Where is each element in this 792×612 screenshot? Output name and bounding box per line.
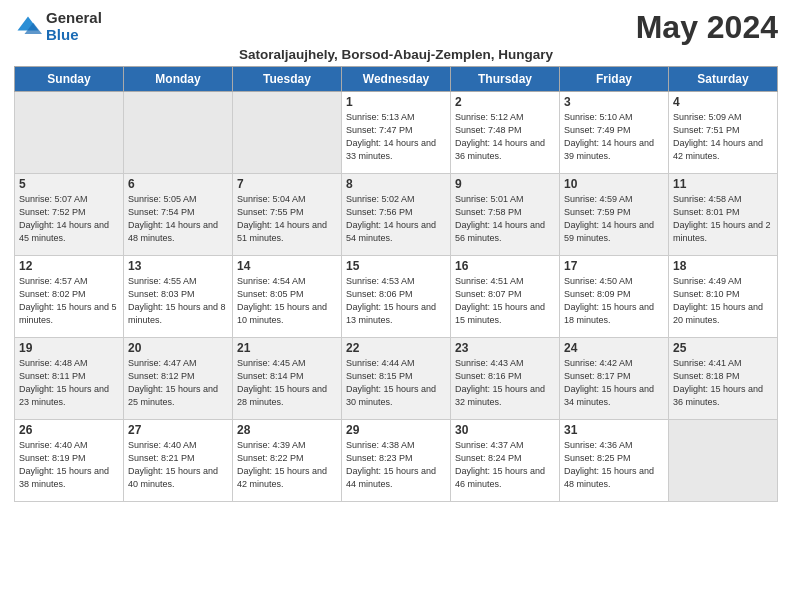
day-info: Sunrise: 4:38 AM Sunset: 8:23 PM Dayligh… bbox=[346, 439, 446, 491]
day-info: Sunrise: 5:13 AM Sunset: 7:47 PM Dayligh… bbox=[346, 111, 446, 163]
day-number: 13 bbox=[128, 259, 228, 273]
day-number: 17 bbox=[564, 259, 664, 273]
day-info: Sunrise: 4:36 AM Sunset: 8:25 PM Dayligh… bbox=[564, 439, 664, 491]
day-info: Sunrise: 5:12 AM Sunset: 7:48 PM Dayligh… bbox=[455, 111, 555, 163]
day-number: 6 bbox=[128, 177, 228, 191]
day-info: Sunrise: 5:10 AM Sunset: 7:49 PM Dayligh… bbox=[564, 111, 664, 163]
day-number: 1 bbox=[346, 95, 446, 109]
table-row bbox=[15, 92, 124, 174]
table-row: 18Sunrise: 4:49 AM Sunset: 8:10 PM Dayli… bbox=[669, 256, 778, 338]
logo-blue: Blue bbox=[46, 27, 102, 44]
day-info: Sunrise: 4:40 AM Sunset: 8:21 PM Dayligh… bbox=[128, 439, 228, 491]
day-info: Sunrise: 4:54 AM Sunset: 8:05 PM Dayligh… bbox=[237, 275, 337, 327]
day-info: Sunrise: 4:49 AM Sunset: 8:10 PM Dayligh… bbox=[673, 275, 773, 327]
table-row: 2Sunrise: 5:12 AM Sunset: 7:48 PM Daylig… bbox=[451, 92, 560, 174]
logo-text: General Blue bbox=[46, 10, 102, 43]
day-number: 21 bbox=[237, 341, 337, 355]
day-info: Sunrise: 4:59 AM Sunset: 7:59 PM Dayligh… bbox=[564, 193, 664, 245]
table-row: 24Sunrise: 4:42 AM Sunset: 8:17 PM Dayli… bbox=[560, 338, 669, 420]
day-number: 24 bbox=[564, 341, 664, 355]
calendar-week-1: 1Sunrise: 5:13 AM Sunset: 7:47 PM Daylig… bbox=[15, 92, 778, 174]
day-number: 23 bbox=[455, 341, 555, 355]
logo-general: General bbox=[46, 10, 102, 27]
day-number: 22 bbox=[346, 341, 446, 355]
table-row: 28Sunrise: 4:39 AM Sunset: 8:22 PM Dayli… bbox=[233, 420, 342, 502]
table-row: 20Sunrise: 4:47 AM Sunset: 8:12 PM Dayli… bbox=[124, 338, 233, 420]
table-row: 16Sunrise: 4:51 AM Sunset: 8:07 PM Dayli… bbox=[451, 256, 560, 338]
table-row: 23Sunrise: 4:43 AM Sunset: 8:16 PM Dayli… bbox=[451, 338, 560, 420]
calendar-header-row: Sunday Monday Tuesday Wednesday Thursday… bbox=[15, 67, 778, 92]
day-info: Sunrise: 4:37 AM Sunset: 8:24 PM Dayligh… bbox=[455, 439, 555, 491]
day-number: 12 bbox=[19, 259, 119, 273]
title-block: May 2024 bbox=[636, 10, 778, 45]
day-info: Sunrise: 4:51 AM Sunset: 8:07 PM Dayligh… bbox=[455, 275, 555, 327]
day-info: Sunrise: 4:48 AM Sunset: 8:11 PM Dayligh… bbox=[19, 357, 119, 409]
day-info: Sunrise: 4:44 AM Sunset: 8:15 PM Dayligh… bbox=[346, 357, 446, 409]
day-info: Sunrise: 5:02 AM Sunset: 7:56 PM Dayligh… bbox=[346, 193, 446, 245]
col-wednesday: Wednesday bbox=[342, 67, 451, 92]
col-saturday: Saturday bbox=[669, 67, 778, 92]
day-number: 11 bbox=[673, 177, 773, 191]
day-number: 27 bbox=[128, 423, 228, 437]
day-info: Sunrise: 4:45 AM Sunset: 8:14 PM Dayligh… bbox=[237, 357, 337, 409]
table-row: 8Sunrise: 5:02 AM Sunset: 7:56 PM Daylig… bbox=[342, 174, 451, 256]
day-number: 9 bbox=[455, 177, 555, 191]
page: General Blue May 2024 Satoraljaujhely, B… bbox=[0, 0, 792, 512]
day-info: Sunrise: 4:57 AM Sunset: 8:02 PM Dayligh… bbox=[19, 275, 119, 327]
calendar-week-2: 5Sunrise: 5:07 AM Sunset: 7:52 PM Daylig… bbox=[15, 174, 778, 256]
day-info: Sunrise: 5:07 AM Sunset: 7:52 PM Dayligh… bbox=[19, 193, 119, 245]
table-row: 12Sunrise: 4:57 AM Sunset: 8:02 PM Dayli… bbox=[15, 256, 124, 338]
day-number: 26 bbox=[19, 423, 119, 437]
day-number: 5 bbox=[19, 177, 119, 191]
location-subtitle: Satoraljaujhely, Borsod-Abauj-Zemplen, H… bbox=[14, 47, 778, 62]
table-row: 4Sunrise: 5:09 AM Sunset: 7:51 PM Daylig… bbox=[669, 92, 778, 174]
table-row: 21Sunrise: 4:45 AM Sunset: 8:14 PM Dayli… bbox=[233, 338, 342, 420]
calendar-week-4: 19Sunrise: 4:48 AM Sunset: 8:11 PM Dayli… bbox=[15, 338, 778, 420]
table-row: 14Sunrise: 4:54 AM Sunset: 8:05 PM Dayli… bbox=[233, 256, 342, 338]
table-row: 13Sunrise: 4:55 AM Sunset: 8:03 PM Dayli… bbox=[124, 256, 233, 338]
day-info: Sunrise: 4:47 AM Sunset: 8:12 PM Dayligh… bbox=[128, 357, 228, 409]
day-number: 8 bbox=[346, 177, 446, 191]
day-info: Sunrise: 4:58 AM Sunset: 8:01 PM Dayligh… bbox=[673, 193, 773, 245]
table-row: 5Sunrise: 5:07 AM Sunset: 7:52 PM Daylig… bbox=[15, 174, 124, 256]
table-row bbox=[124, 92, 233, 174]
day-info: Sunrise: 5:05 AM Sunset: 7:54 PM Dayligh… bbox=[128, 193, 228, 245]
table-row: 31Sunrise: 4:36 AM Sunset: 8:25 PM Dayli… bbox=[560, 420, 669, 502]
col-monday: Monday bbox=[124, 67, 233, 92]
col-friday: Friday bbox=[560, 67, 669, 92]
day-info: Sunrise: 4:42 AM Sunset: 8:17 PM Dayligh… bbox=[564, 357, 664, 409]
table-row: 17Sunrise: 4:50 AM Sunset: 8:09 PM Dayli… bbox=[560, 256, 669, 338]
table-row: 1Sunrise: 5:13 AM Sunset: 7:47 PM Daylig… bbox=[342, 92, 451, 174]
calendar-week-5: 26Sunrise: 4:40 AM Sunset: 8:19 PM Dayli… bbox=[15, 420, 778, 502]
day-number: 30 bbox=[455, 423, 555, 437]
day-number: 2 bbox=[455, 95, 555, 109]
day-info: Sunrise: 4:50 AM Sunset: 8:09 PM Dayligh… bbox=[564, 275, 664, 327]
month-title: May 2024 bbox=[636, 10, 778, 45]
day-info: Sunrise: 4:41 AM Sunset: 8:18 PM Dayligh… bbox=[673, 357, 773, 409]
table-row: 6Sunrise: 5:05 AM Sunset: 7:54 PM Daylig… bbox=[124, 174, 233, 256]
logo-icon bbox=[14, 13, 42, 41]
table-row bbox=[233, 92, 342, 174]
day-number: 31 bbox=[564, 423, 664, 437]
day-number: 28 bbox=[237, 423, 337, 437]
col-thursday: Thursday bbox=[451, 67, 560, 92]
table-row: 19Sunrise: 4:48 AM Sunset: 8:11 PM Dayli… bbox=[15, 338, 124, 420]
day-number: 25 bbox=[673, 341, 773, 355]
day-number: 15 bbox=[346, 259, 446, 273]
calendar-week-3: 12Sunrise: 4:57 AM Sunset: 8:02 PM Dayli… bbox=[15, 256, 778, 338]
day-info: Sunrise: 4:53 AM Sunset: 8:06 PM Dayligh… bbox=[346, 275, 446, 327]
table-row: 27Sunrise: 4:40 AM Sunset: 8:21 PM Dayli… bbox=[124, 420, 233, 502]
day-number: 29 bbox=[346, 423, 446, 437]
col-sunday: Sunday bbox=[15, 67, 124, 92]
day-number: 14 bbox=[237, 259, 337, 273]
table-row bbox=[669, 420, 778, 502]
table-row: 7Sunrise: 5:04 AM Sunset: 7:55 PM Daylig… bbox=[233, 174, 342, 256]
day-number: 7 bbox=[237, 177, 337, 191]
table-row: 29Sunrise: 4:38 AM Sunset: 8:23 PM Dayli… bbox=[342, 420, 451, 502]
day-number: 18 bbox=[673, 259, 773, 273]
day-info: Sunrise: 5:01 AM Sunset: 7:58 PM Dayligh… bbox=[455, 193, 555, 245]
day-info: Sunrise: 4:55 AM Sunset: 8:03 PM Dayligh… bbox=[128, 275, 228, 327]
day-info: Sunrise: 4:40 AM Sunset: 8:19 PM Dayligh… bbox=[19, 439, 119, 491]
table-row: 22Sunrise: 4:44 AM Sunset: 8:15 PM Dayli… bbox=[342, 338, 451, 420]
day-info: Sunrise: 4:43 AM Sunset: 8:16 PM Dayligh… bbox=[455, 357, 555, 409]
